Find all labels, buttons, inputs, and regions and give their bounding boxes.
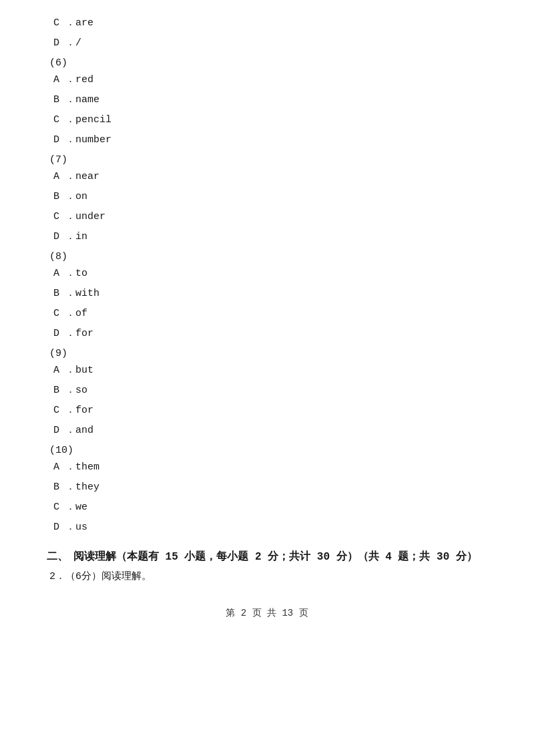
option-7b: B ．on <box>47 187 487 207</box>
subitem-2: 2．（6分）阅读理解。 <box>47 568 487 587</box>
option-8c: C ．of <box>47 304 487 324</box>
option-7a: A ．near <box>47 167 487 187</box>
option-7d: D ．in <box>47 227 487 247</box>
content-area: C ．are D ．/ (6) A ．red B ．name C ．pencil… <box>47 13 487 587</box>
option-8d: D ．for <box>47 324 487 344</box>
option-d-slash: D ．/ <box>47 33 487 53</box>
option-9d: D ．and <box>47 421 487 441</box>
option-c-are: C ．are <box>47 13 487 33</box>
question-8-num: (8) <box>47 251 487 262</box>
option-9c: C ．for <box>47 401 487 421</box>
option-10c: C ．we <box>47 498 487 518</box>
option-6c: C ．pencil <box>47 110 487 130</box>
option-9a: A ．but <box>47 361 487 381</box>
option-6b: B ．name <box>47 90 487 110</box>
option-9b: B ．so <box>47 381 487 401</box>
option-6a: A ．red <box>47 70 487 90</box>
option-6d: D ．number <box>47 130 487 150</box>
option-10a: A ．them <box>47 457 487 478</box>
question-7-num: (7) <box>47 154 487 166</box>
option-10b: B ．they <box>47 478 487 498</box>
page-footer: 第 2 页 共 13 页 <box>47 607 487 619</box>
option-10d: D ．us <box>47 518 487 538</box>
option-7c: C ．under <box>47 207 487 227</box>
option-8a: A ．to <box>47 264 487 284</box>
section-2-header: 二、 阅读理解（本题有 15 小题，每小题 2 分；共计 30 分）（共 4 题… <box>47 550 487 564</box>
question-6-num: (6) <box>47 57 487 69</box>
section-2-title: 阅读理解（本题有 15 小题，每小题 2 分；共计 30 分）（共 4 题；共 … <box>73 550 477 564</box>
section-2-prefix: 二、 <box>47 550 68 564</box>
option-8b: B ．with <box>47 284 487 304</box>
question-9-num: (9) <box>47 348 487 359</box>
question-10-num: (10) <box>47 445 487 456</box>
